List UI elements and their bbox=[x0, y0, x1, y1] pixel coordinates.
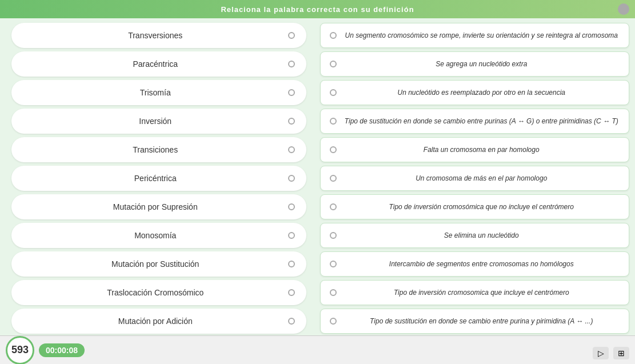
right-item-dot bbox=[330, 146, 337, 153]
left-item[interactable]: Pericéntrica bbox=[11, 166, 306, 191]
right-item-text: Se agrega un nucleótido extra bbox=[344, 60, 620, 68]
right-item-dot bbox=[330, 289, 337, 296]
left-item-label: Mutación por Supresión bbox=[23, 202, 288, 211]
left-item-dot bbox=[288, 261, 295, 267]
timer-display: 00:00:08 bbox=[39, 343, 85, 357]
left-column: Transversiones Paracéntrica Trisomía Inv… bbox=[0, 23, 318, 331]
left-item-label: Inversión bbox=[23, 117, 288, 126]
left-item-label: Mutación por Sustitución bbox=[23, 259, 288, 269]
right-item-text: Intercambio de segmentos entre cromosoma… bbox=[344, 260, 620, 268]
forward-icon[interactable]: ▷ bbox=[593, 347, 609, 359]
left-item-dot bbox=[288, 175, 295, 182]
grid-icon[interactable]: ⊞ bbox=[613, 347, 629, 359]
left-item-label: Monosomía bbox=[23, 231, 288, 240]
left-item-dot bbox=[288, 32, 295, 39]
top-bar-title: Relaciona la palabra correcta con su def… bbox=[221, 5, 414, 14]
right-item[interactable]: Un segmento cromosómico se rompe, invier… bbox=[320, 23, 630, 48]
left-item[interactable]: Mutación por Supresión bbox=[11, 194, 306, 219]
left-item-label: Pericéntrica bbox=[23, 174, 288, 183]
left-item-dot bbox=[288, 318, 295, 325]
right-item-dot bbox=[330, 32, 337, 39]
bottom-bar: 593 00:00:08 ▷ ⊞ bbox=[0, 335, 635, 364]
main-area: Transversiones Paracéntrica Trisomía Inv… bbox=[0, 18, 635, 335]
left-item[interactable]: Mutación por Sustitución bbox=[11, 251, 306, 277]
right-item[interactable]: Se agrega un nucleótido extra bbox=[320, 51, 630, 77]
score-display: 593 bbox=[6, 336, 34, 365]
left-item[interactable]: Traslocación Cromosómico bbox=[11, 280, 306, 305]
left-item-label: Trisomía bbox=[23, 88, 288, 97]
right-item-text: Se elimina un nucleótido bbox=[344, 231, 620, 239]
left-item-label: Transiciones bbox=[23, 145, 288, 154]
right-item-dot bbox=[330, 203, 337, 210]
left-item[interactable]: Mutación por Adición bbox=[11, 309, 306, 334]
right-item-dot bbox=[330, 232, 337, 239]
right-item-text: Tipo de sustitución en donde se cambio e… bbox=[344, 317, 620, 325]
left-item-dot bbox=[288, 232, 295, 239]
left-item-label: Mutación por Adición bbox=[23, 317, 288, 326]
top-bar: Relaciona la palabra correcta con su def… bbox=[0, 0, 635, 18]
left-item-dot bbox=[288, 89, 295, 96]
left-item[interactable]: Monosomía bbox=[11, 223, 306, 248]
right-item[interactable]: Tipo de inversión cromosomica que incluy… bbox=[320, 280, 630, 305]
right-item[interactable]: Tipo de sustitución en donde se cambio e… bbox=[320, 109, 630, 134]
left-item[interactable]: Trisomía bbox=[11, 80, 306, 105]
top-right-icon bbox=[618, 3, 629, 15]
right-item-text: Un nucleótido es reemplazado por otro en… bbox=[344, 89, 620, 97]
left-item-dot bbox=[288, 203, 295, 210]
left-item-dot bbox=[288, 61, 295, 67]
left-item-dot bbox=[288, 289, 295, 296]
right-item-text: Tipo de sustitución en donde se cambio e… bbox=[344, 117, 620, 125]
right-item-text: Falta un cromosoma en par homologo bbox=[344, 146, 620, 154]
right-item-dot bbox=[330, 61, 337, 67]
left-item[interactable]: Transversiones bbox=[11, 23, 306, 48]
right-item-dot bbox=[330, 318, 337, 325]
right-item[interactable]: Tipo de sustitución en donde se cambio e… bbox=[320, 309, 630, 334]
right-item[interactable]: Falta un cromosoma en par homologo bbox=[320, 137, 630, 162]
right-item-dot bbox=[330, 261, 337, 267]
right-item-dot bbox=[330, 89, 337, 96]
right-item[interactable]: Se elimina un nucleótido bbox=[320, 223, 630, 248]
right-item[interactable]: Un nucleótido es reemplazado por otro en… bbox=[320, 80, 630, 105]
left-item[interactable]: Inversión bbox=[11, 109, 306, 134]
left-item-label: Paracéntrica bbox=[23, 59, 288, 69]
left-item[interactable]: Paracéntrica bbox=[11, 51, 306, 77]
right-item-text: Un cromosoma de más en el par homologo bbox=[344, 174, 620, 182]
right-item[interactable]: Intercambio de segmentos entre cromosoma… bbox=[320, 251, 630, 277]
right-item-text: Tipo de inversión cromosómica que no inc… bbox=[344, 203, 620, 211]
right-item[interactable]: Un cromosoma de más en el par homologo bbox=[320, 166, 630, 191]
right-item-dot bbox=[330, 175, 337, 182]
left-item-label: Traslocación Cromosómico bbox=[23, 288, 288, 297]
left-item[interactable]: Transiciones bbox=[11, 137, 306, 162]
left-item-label: Transversiones bbox=[23, 31, 288, 40]
right-item-text: Tipo de inversión cromosomica que incluy… bbox=[344, 289, 620, 297]
bottom-right-icons: ▷ ⊞ bbox=[593, 347, 629, 359]
right-item[interactable]: Tipo de inversión cromosómica que no inc… bbox=[320, 194, 630, 219]
right-column: Un segmento cromosómico se rompe, invier… bbox=[318, 23, 636, 331]
right-item-dot bbox=[330, 118, 337, 125]
left-item-dot bbox=[288, 146, 295, 153]
left-item-dot bbox=[288, 118, 295, 125]
right-item-text: Un segmento cromosómico se rompe, invier… bbox=[344, 31, 620, 39]
